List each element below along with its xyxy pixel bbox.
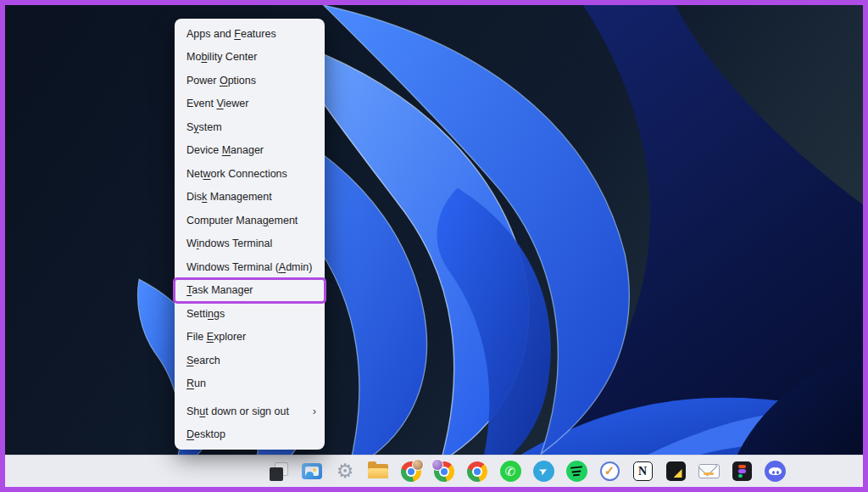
menu-item-apps-and-features[interactable]: Apps and Features [175,22,325,46]
menu-item-label: Disk Management [186,191,316,203]
windows-start-icon [235,461,257,483]
taskbar-telegram-button[interactable] [532,461,554,483]
menu-item-label: Run [186,377,316,389]
taskbar-task-view-button[interactable] [268,461,290,483]
taskbar-icons-row [235,456,786,487]
menu-item-label: Shut down or sign out [186,405,308,417]
telegram-icon [533,461,554,482]
taskbar-notes-app-button[interactable] [665,461,687,483]
menu-item-computer-management[interactable]: Computer Management [175,209,325,232]
menu-item-settings[interactable]: Settings [175,302,325,326]
menu-item-label: Power Options [186,75,316,87]
menu-item-label: Computer Management [186,215,316,226]
menu-item-network-connections[interactable]: Network Connections [175,162,325,186]
taskbar-ticktick-button[interactable] [598,461,620,483]
menu-item-label: Search [186,355,316,366]
menu-item-label: Settings [186,308,316,320]
taskbar-spotify-button[interactable] [565,461,587,483]
menu-item-label: System [186,121,316,133]
notion-icon [633,461,653,481]
menu-item-windows-terminal[interactable]: Windows Terminal [175,232,325,256]
taskbar-file-explorer-button[interactable] [367,461,389,483]
taskbar-chrome-profile2-button[interactable] [433,461,455,483]
taskbar-whatsapp-button[interactable] [499,461,521,483]
taskbar-widgets-button[interactable] [301,461,323,483]
widgets-icon [301,461,323,483]
submenu-chevron-icon: › [313,405,316,417]
spotify-icon [566,461,587,482]
taskbar-mail-button[interactable] [698,461,720,483]
ticktick-check-icon [600,461,620,481]
whatsapp-icon [500,461,521,482]
menu-item-label: Device Manager [186,144,316,156]
menu-item-power-options[interactable]: Power Options [175,69,325,92]
wallpaper-bloom [5,5,863,487]
menu-item-shut-down-or-sign-out[interactable]: Shut down or sign out› [175,400,325,423]
taskbar-settings-button[interactable] [334,461,356,483]
menu-item-mobility-center[interactable]: Mobility Center [175,46,325,70]
taskbar-chrome-profile1-button[interactable] [400,461,422,483]
chrome-icon [466,461,488,483]
menu-item-label: Apps and Features [186,28,316,40]
chrome-profile2-icon [433,461,455,483]
menu-item-file-explorer[interactable]: File Explorer [175,326,325,349]
taskbar-figma-button[interactable] [731,461,753,483]
menu-item-run[interactable]: Run [175,372,325,396]
figma-icon [732,461,752,481]
menu-item-label: Desktop [186,428,316,440]
menu-item-label: Network Connections [186,168,316,180]
menu-list: Apps and FeaturesMobility CenterPower Op… [175,22,325,446]
taskbar-notion-button[interactable] [632,461,654,483]
settings-gear-icon [334,461,356,483]
taskbar-discord-button[interactable] [764,461,786,483]
notes-app-icon [666,461,686,481]
menu-item-system[interactable]: System [175,115,325,139]
menu-item-label: Windows Terminal (Admin) [186,261,316,273]
winx-context-menu: Apps and FeaturesMobility CenterPower Op… [175,19,325,450]
taskbar-chrome-button[interactable] [466,461,488,483]
desktop-screen: Apps and FeaturesMobility CenterPower Op… [0,0,868,492]
file-explorer-folder-icon [367,461,389,483]
menu-item-label: Windows Terminal [186,238,316,249]
menu-item-windows-terminal-admin[interactable]: Windows Terminal (Admin) [175,255,325,279]
taskbar [5,455,863,487]
menu-item-label: File Explorer [186,331,316,343]
chrome-profile1-icon [400,461,422,483]
menu-item-disk-management[interactable]: Disk Management [175,186,325,210]
mail-envelope-icon [698,461,720,483]
menu-item-label: Event Viewer [186,98,316,109]
menu-item-event-viewer[interactable]: Event Viewer [175,92,325,116]
task-view-icon [268,461,290,483]
menu-item-label: Task Manager [186,284,316,296]
menu-item-task-manager[interactable]: Task Manager [175,279,325,303]
menu-item-desktop[interactable]: Desktop [175,423,325,447]
menu-item-label: Mobility Center [186,51,316,63]
menu-item-search[interactable]: Search [175,349,325,372]
taskbar-start-button[interactable] [235,461,257,483]
menu-item-device-manager[interactable]: Device Manager [175,139,325,163]
discord-icon [765,461,786,482]
